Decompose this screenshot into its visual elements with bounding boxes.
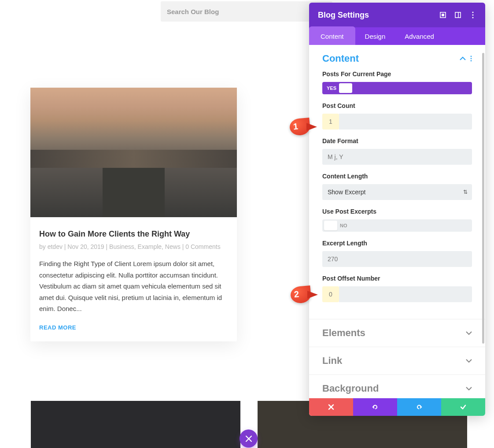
- blog-post-card: How to Gain More Clients the Right Way b…: [30, 88, 237, 341]
- post-title[interactable]: How to Gain More Clients the Right Way: [39, 230, 228, 239]
- svg-point-4: [472, 11, 473, 13]
- redo-button[interactable]: [397, 398, 441, 416]
- undo-icon: [372, 404, 379, 411]
- section-elements-title: Elements: [322, 327, 365, 339]
- content-length-label: Content Length: [322, 173, 472, 180]
- search-input[interactable]: [167, 8, 326, 15]
- section-link-header[interactable]: Link: [309, 347, 485, 374]
- section-content-title: Content: [322, 53, 359, 64]
- excerpt-length-label: Excerpt Length: [322, 240, 472, 247]
- kebab-menu-icon[interactable]: [469, 11, 476, 19]
- svg-point-8: [471, 58, 472, 59]
- read-more-link[interactable]: READ MORE: [39, 324, 228, 331]
- tab-content[interactable]: Content: [309, 26, 355, 45]
- posts-current-page-label: Posts For Current Page: [322, 70, 472, 78]
- section-background-title: Background: [322, 383, 379, 394]
- undo-button[interactable]: [353, 398, 397, 416]
- check-icon: [460, 404, 467, 411]
- redo-icon: [416, 404, 423, 411]
- cancel-icon: [328, 404, 335, 411]
- post-featured-image[interactable]: [30, 88, 237, 217]
- section-background-header[interactable]: Background: [309, 375, 485, 398]
- svg-point-9: [471, 60, 472, 62]
- blog-settings-panel: Blog Settings Content Design Advanced Co…: [309, 3, 485, 416]
- svg-rect-2: [455, 12, 461, 18]
- post-offset-label: Post Offset Number: [322, 275, 472, 282]
- tab-design[interactable]: Design: [355, 27, 395, 45]
- post-count-label: Post Count: [322, 102, 472, 109]
- section-link-title: Link: [322, 355, 342, 367]
- date-format-label: Date Format: [322, 137, 472, 144]
- panel-body[interactable]: Content Posts For Current Page YES Post …: [309, 45, 485, 398]
- post-card-preview[interactable]: [31, 401, 240, 448]
- use-post-excerpts-toggle[interactable]: NO: [322, 219, 472, 232]
- chevron-down-icon: [466, 358, 472, 364]
- panel-tabs: Content Design Advanced: [309, 27, 485, 45]
- section-content-header[interactable]: Content: [309, 45, 485, 70]
- toggle-yes-label: YES: [324, 85, 339, 91]
- scrollbar[interactable]: [482, 53, 484, 344]
- post-offset-input[interactable]: [322, 286, 339, 302]
- toggle-no-label: NO: [337, 223, 350, 228]
- toggle-knob: [324, 221, 337, 230]
- post-excerpt: Finding the Right Type of Client Lorem i…: [39, 258, 228, 315]
- post-count-input[interactable]: [322, 114, 339, 130]
- posts-current-page-toggle[interactable]: YES: [322, 82, 472, 94]
- section-elements-header[interactable]: Elements: [309, 319, 485, 347]
- panel-title: Blog Settings: [318, 11, 369, 20]
- kebab-menu-icon[interactable]: [470, 56, 472, 62]
- post-meta: by etdev | Nov 20, 2019 | Business, Exam…: [39, 243, 228, 250]
- chevron-up-icon[interactable]: [460, 56, 466, 62]
- svg-point-5: [472, 14, 473, 15]
- close-icon: [246, 436, 252, 442]
- panel-header: Blog Settings: [309, 3, 485, 27]
- content-length-select[interactable]: [322, 184, 472, 200]
- excerpt-length-input[interactable]: [322, 251, 472, 267]
- svg-point-7: [471, 56, 472, 57]
- date-format-input[interactable]: [322, 149, 472, 165]
- panel-footer: [309, 398, 485, 416]
- close-builder-button[interactable]: [240, 429, 258, 448]
- svg-point-6: [472, 17, 473, 18]
- chevron-down-icon: [466, 330, 472, 336]
- chevron-down-icon: [466, 385, 472, 392]
- save-button[interactable]: [441, 398, 485, 416]
- dock-icon[interactable]: [454, 11, 461, 19]
- search-bar[interactable]: [161, 1, 332, 22]
- tab-advanced[interactable]: Advanced: [395, 27, 444, 45]
- expand-icon[interactable]: [439, 11, 446, 19]
- cancel-button[interactable]: [309, 398, 353, 416]
- svg-rect-1: [442, 14, 444, 16]
- toggle-knob: [339, 83, 352, 93]
- use-post-excerpts-label: Use Post Excerpts: [322, 208, 472, 215]
